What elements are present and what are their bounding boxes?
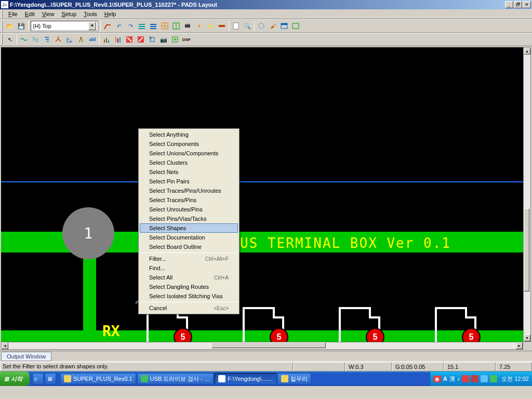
ctx-select-dangling[interactable]: Select Dangling Routes xyxy=(140,282,238,291)
tool-cursor[interactable]: ↖ xyxy=(4,34,16,45)
restore-button[interactable]: 🗗 xyxy=(514,1,522,8)
menu-tools[interactable]: Tools xyxy=(80,10,101,18)
start-button[interactable]: ⊞ 시작 xyxy=(0,371,30,386)
scroll-track[interactable] xyxy=(8,342,516,349)
layer-dropdown[interactable]: (H) Top ▼ xyxy=(31,21,98,31)
ctx-select-isolated[interactable]: Select Isolated Stitching Vias xyxy=(140,291,238,301)
ctx-select-pins-vias-tacks[interactable]: Select Pins/Vias/Tacks xyxy=(140,214,238,223)
menu-view[interactable]: View xyxy=(38,10,58,18)
tool-wave1[interactable] xyxy=(18,34,30,45)
tool-spark[interactable]: ✦ xyxy=(193,20,205,32)
tool-grid1[interactable] xyxy=(159,20,170,32)
close-button[interactable]: ✕ xyxy=(523,1,531,8)
tool-indent[interactable] xyxy=(41,34,52,45)
pcb-canvas[interactable]: 1 US TERMINAL BOX Ver 0.1 RX 5 5 5 5 ↖ xyxy=(1,47,523,342)
tool-angle[interactable] xyxy=(64,34,75,45)
rx-label: RX xyxy=(102,323,120,340)
tool-export[interactable] xyxy=(169,34,181,45)
tool-red-cancel[interactable] xyxy=(124,34,135,45)
menu-help[interactable]: Help xyxy=(101,10,120,18)
tool-grid2[interactable] xyxy=(170,20,182,32)
vertical-scrollbar[interactable]: ▲ ▼ xyxy=(523,47,531,342)
sparks-icon: ✨ xyxy=(207,23,214,30)
save-button[interactable]: 💾 xyxy=(16,20,27,32)
ime-lang-indicator[interactable]: ◉ xyxy=(433,376,441,382)
ctx-select-unroutes-pins[interactable]: Select Unroutes/Pins xyxy=(140,205,238,214)
tool-chip[interactable] xyxy=(182,20,193,32)
tool-bars2[interactable] xyxy=(112,34,124,45)
dropdown-arrow-icon[interactable]: ▼ xyxy=(88,22,96,30)
task-usb-check[interactable]: USB 드라이브 검사 - … xyxy=(137,373,214,384)
ctx-find[interactable]: Find... xyxy=(140,263,238,273)
ctx-select-nets[interactable]: Select Nets xyxy=(140,167,238,177)
tool-wave2[interactable] xyxy=(30,34,41,45)
ctx-select-components[interactable]: Select Components xyxy=(140,139,238,149)
ctx-select-shapes[interactable]: Select Shapes xyxy=(140,223,238,233)
tool-pick[interactable] xyxy=(147,34,158,45)
task-super-plus[interactable]: SUPER_PLUS_Rev0.1 xyxy=(60,373,136,384)
ctx-select-traces-pins[interactable]: Select Traces/Pins xyxy=(140,195,238,205)
ime-extra-icon[interactable]: ♪ xyxy=(457,376,460,382)
tool-lasso[interactable] xyxy=(256,20,267,32)
tool-cam[interactable]: 📷 xyxy=(158,34,169,45)
tool-abl[interactable]: abl xyxy=(87,34,98,45)
scroll-thumb[interactable] xyxy=(524,208,529,291)
tool-compass[interactable] xyxy=(75,34,87,45)
ctx-cancel[interactable]: Cancel<Esc> xyxy=(140,303,238,313)
tray-icon[interactable] xyxy=(490,375,497,382)
ctx-select-all[interactable]: Select AllCtrl+A xyxy=(140,273,238,282)
grip xyxy=(1,21,3,31)
task-kalmuri[interactable]: 칼무리 xyxy=(277,373,311,384)
ctx-filter[interactable]: Filter...Ctrl+Alt+F xyxy=(140,254,238,263)
ctx-select-pin-pairs[interactable]: Select Pin Pairs xyxy=(140,177,238,186)
ime-mode-hanja[interactable]: 漢 xyxy=(449,375,455,383)
tool-misc1[interactable] xyxy=(216,20,228,32)
ctx-select-board-outline[interactable]: Select Board Outline xyxy=(140,242,238,251)
tool-spark2[interactable]: ✨ xyxy=(205,20,216,32)
pads-icon xyxy=(218,375,225,382)
tray-icon[interactable] xyxy=(481,375,488,382)
tool-doc[interactable] xyxy=(230,20,242,32)
tool-window[interactable] xyxy=(278,20,290,32)
tool-split[interactable] xyxy=(52,34,64,45)
horizontal-scrollbar[interactable]: ◄ ► xyxy=(1,342,523,350)
svg-rect-26 xyxy=(119,37,121,43)
quick-launch-ie[interactable]: e xyxy=(32,373,44,384)
ctx-select-documentation[interactable]: Select Documentation xyxy=(140,233,238,242)
scroll-right-button[interactable]: ► xyxy=(516,342,523,349)
tool-window2[interactable] xyxy=(290,20,301,32)
tool-redo[interactable]: ↷ xyxy=(125,20,136,32)
ctx-select-unions[interactable]: Select Unions/Components xyxy=(140,149,238,158)
tray-icon[interactable] xyxy=(462,375,469,382)
scroll-down-button[interactable]: ▼ xyxy=(524,335,530,341)
scroll-left-button[interactable]: ◄ xyxy=(2,342,8,349)
tray-icon[interactable] xyxy=(471,375,478,382)
taskbar-clock[interactable]: 오전 12:02 xyxy=(501,375,529,383)
quick-launch-desktop[interactable]: 🖥 xyxy=(45,373,56,384)
task-pads-layout[interactable]: F:\Yengdong\…… xyxy=(215,373,276,384)
tool-brush[interactable]: 🖌 xyxy=(267,20,278,32)
desktop-icon: 🖥 xyxy=(47,376,52,382)
minimize-button[interactable]: _ xyxy=(505,1,513,8)
tool-layers2[interactable] xyxy=(148,20,159,32)
output-window-tab[interactable]: Output Window xyxy=(1,352,51,361)
menu-edit[interactable]: Edit xyxy=(21,10,38,18)
ime-mode-a[interactable]: A xyxy=(443,376,447,382)
tool-bars1[interactable] xyxy=(101,34,112,45)
menu-setup[interactable]: Setup xyxy=(58,10,80,18)
menu-file[interactable]: File xyxy=(5,10,21,18)
tool-undo[interactable]: ↶ xyxy=(113,20,125,32)
scroll-thumb[interactable] xyxy=(211,342,326,348)
open-button[interactable]: 📂 xyxy=(4,20,16,32)
tool-zoom[interactable]: 🔍 xyxy=(242,20,253,32)
ctx-select-clusters[interactable]: Select Clusters xyxy=(140,158,238,167)
ctx-select-anything[interactable]: Select Anything xyxy=(140,130,238,139)
ctx-select-traces-pins-unroutes[interactable]: Select Traces/Pins/Unroutes xyxy=(140,186,238,195)
tool-dxf[interactable]: DXF xyxy=(181,34,192,45)
tool-route[interactable] xyxy=(102,20,113,32)
scroll-track[interactable] xyxy=(524,55,530,335)
status-coord1: 15.1 xyxy=(444,362,496,371)
tool-layers1[interactable] xyxy=(136,20,148,32)
tool-red-cancel2[interactable] xyxy=(135,34,147,45)
scroll-up-button[interactable]: ▲ xyxy=(524,48,530,55)
